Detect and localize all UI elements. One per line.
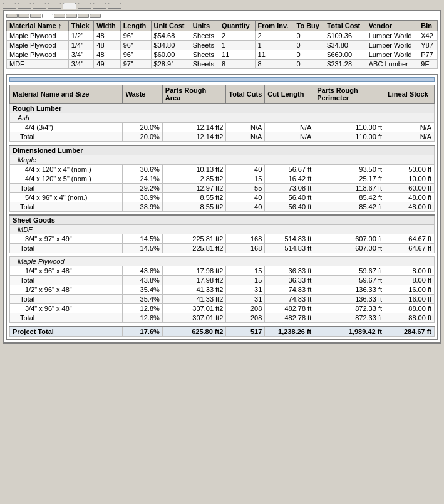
data-row: 5/4 x 96" x 4" (nom.)38.9%8.55 ft24056.4…	[10, 192, 435, 202]
col-thick: Thick	[68, 21, 93, 31]
tab-other-items[interactable]	[18, 3, 31, 9]
stats-col-name: Material Name and Size	[10, 85, 123, 104]
stats-col-total-cuts: Total Cuts	[226, 85, 265, 104]
stats-col-waste: Waste	[123, 85, 162, 104]
stats-section: Material Name and Size Waste Parts Rough…	[6, 74, 438, 340]
project-total-row: Project Total17.6%625.80 ft25171,238.26 …	[10, 327, 435, 337]
sub-header-row: Ash	[10, 113, 435, 123]
data-row: 4/4 (3/4")20.0%12.14 ft2N/AN/A110.00 ftN…	[10, 123, 435, 132]
main-container: Material Name ↑ Thick Width Length Unit …	[0, 0, 444, 346]
sub-header-row: MDF	[10, 225, 435, 234]
stats-table: Material Name and Size Waste Parts Rough…	[9, 85, 435, 337]
sub-tab-bar	[6, 14, 438, 18]
col-units: Units	[190, 21, 219, 31]
total-row: Total14.5%225.81 ft2168514.83 ft607.00 f…	[10, 244, 435, 253]
data-row: 4/4 x 120" x 5" (nom.)24.1%2.85 ft21516.…	[10, 174, 435, 183]
col-bin: Bin	[418, 21, 438, 31]
tab-parts[interactable]	[3, 3, 16, 9]
subtab-banding[interactable]	[54, 14, 65, 18]
stats-title	[9, 77, 435, 82]
tab-raw-materials[interactable]	[108, 3, 121, 9]
subtab-sheet-goods[interactable]	[42, 14, 53, 18]
col-vendor: Vendor	[366, 21, 418, 31]
total-row: Total20.0%12.14 ft2N/AN/A110.00 ftN/A	[10, 132, 435, 142]
tab-layouts[interactable]	[48, 3, 61, 9]
total-row: Total35.4%41.33 ft23174.83 ft136.33 ft16…	[10, 295, 435, 304]
data-row: 1/4" x 96" x 48"43.8%17.98 ft21536.33 ft…	[10, 266, 435, 276]
tab-reports[interactable]	[78, 3, 91, 9]
section-header-row: Dimensioned Lumber	[10, 145, 435, 155]
section-header-row: Rough Lumber	[10, 103, 435, 113]
total-row: Total12.8%307.01 ft2208482.78 ft872.33 f…	[10, 313, 435, 323]
sub-header-row: Maple	[10, 155, 435, 164]
subtab-other-items[interactable]	[66, 14, 77, 18]
data-row: 4/4 x 120" x 4" (nom.)30.6%10.13 ft24056…	[10, 164, 435, 174]
data-row: 3/4" x 96" x 48"12.8%307.01 ft2208482.78…	[10, 304, 435, 313]
col-from-inv: From Inv.	[255, 21, 294, 31]
stats-col-cut-length: Cut Length	[265, 85, 314, 104]
subtab-labor[interactable]	[78, 14, 89, 18]
table-row: Maple Plywood1/2"48"96"$54.68Sheets220$1…	[7, 31, 438, 41]
tab-pricing[interactable]	[93, 3, 106, 9]
tab-bom[interactable]	[63, 3, 76, 9]
total-row: Total38.9%8.55 ft24056.40 ft85.42 ft48.0…	[10, 202, 435, 211]
col-material-name: Material Name ↑	[7, 21, 69, 31]
table-row: MDF3/4"49"97"$28.91Sheets880$231.28ABC L…	[7, 60, 438, 69]
sheet-goods-table: Material Name ↑ Thick Width Length Unit …	[6, 20, 438, 69]
data-row: 1/2" x 96" x 48"35.4%41.33 ft23174.83 ft…	[10, 285, 435, 295]
col-to-buy: To Buy	[294, 21, 324, 31]
subtab-rough-lumber[interactable]	[18, 14, 29, 18]
table-row: Maple Plywood1/4"48"96"$34.80Sheets110$3…	[7, 41, 438, 50]
col-length: Length	[120, 21, 151, 31]
col-total-cost: Total Cost	[324, 21, 366, 31]
col-unit-cost: Unit Cost	[151, 21, 190, 31]
data-row: 3/4" x 97" x 49"14.5%225.81 ft2168514.83…	[10, 234, 435, 244]
subtab-dimensioned-lumber[interactable]	[30, 14, 41, 18]
stats-col-perimeter: Parts Rough Perimeter	[314, 85, 385, 104]
sub-header-row: Maple Plywood	[10, 257, 435, 266]
top-tab-bar	[3, 3, 441, 9]
col-quantity: Quantity	[219, 21, 256, 31]
content-area: Material Name ↑ Thick Width Length Unit …	[3, 10, 441, 344]
col-width: Width	[94, 21, 120, 31]
total-row: Total43.8%17.98 ft21536.33 ft59.67 ft8.0…	[10, 276, 435, 285]
table-row: Maple Plywood3/4"48"96"$60.00Sheets11110…	[7, 50, 438, 60]
subtab-cost-summary[interactable]	[6, 14, 18, 18]
total-row: Total29.2%12.97 ft25573.08 ft118.67 ft60…	[10, 183, 435, 192]
section-header-row: Sheet Goods	[10, 215, 435, 225]
subtab-skipped-parts[interactable]	[90, 14, 101, 18]
tab-labor[interactable]	[33, 3, 46, 9]
stats-col-lineal-stock: Lineal Stock	[385, 85, 435, 104]
stats-col-parts-rough-area: Parts Rough Area	[162, 85, 225, 104]
